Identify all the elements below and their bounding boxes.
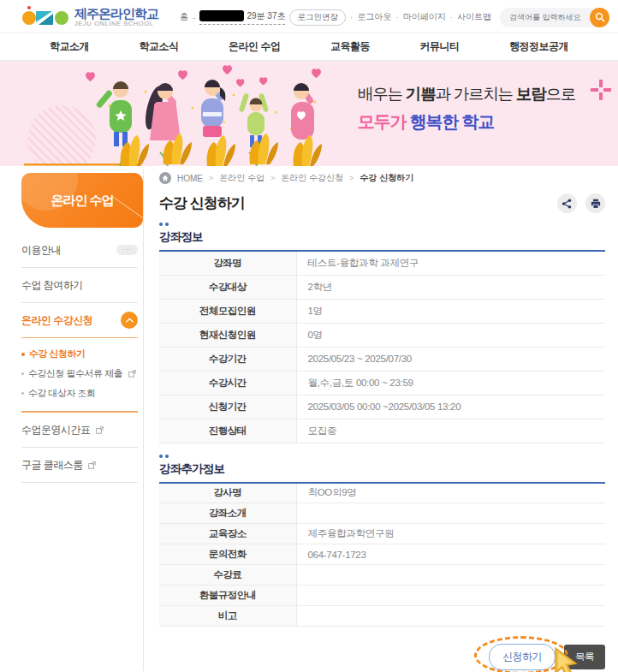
nav-item[interactable]: 온라인 수업: [229, 39, 280, 54]
row-label: 수강시간: [159, 371, 296, 395]
row-label: 강사명: [159, 483, 296, 503]
sidebar-item[interactable]: 구글 클래스룸: [21, 448, 138, 483]
nav-item[interactable]: 커뮤니티: [419, 39, 459, 54]
banner-text-part: 보람: [516, 85, 546, 103]
external-link-icon: [88, 461, 96, 469]
table-row: 비고: [159, 606, 605, 627]
apply-button[interactable]: 신청하기: [489, 644, 556, 670]
info-sections: 강좌정보강좌명테스트-융합과학 과제연구수강대상2학년전체모집인원1명현재신청인…: [159, 222, 605, 627]
page-root: 제주온라인학교 JEJU ONLINE SCHOOL 홈 - 29분 37초 로…: [0, 0, 618, 672]
separator: ·: [395, 13, 398, 22]
print-button[interactable]: [585, 193, 605, 213]
table-row: 강좌소개: [159, 503, 605, 524]
banner-text-part: 배우는: [358, 85, 406, 103]
breadcrumb-item[interactable]: HOME: [177, 174, 203, 183]
redacted-username: [199, 10, 244, 21]
table-row: 수강기간2025/05/23 ~ 2025/07/30: [159, 347, 605, 371]
sidebar: 온라인 수업 이용안내···수업 참여하기온라인 수강신청수강 신청하기수강신청…: [21, 169, 144, 671]
sidebar-submenu: 수강 신청하기수강신청 필수서류 제출수강 대상자 조회: [21, 338, 138, 413]
breadcrumb: HOME>온라인 수업>온라인 수강신청>수강 신청하기: [159, 169, 605, 187]
sidebar-item[interactable]: 온라인 수강신청: [21, 303, 138, 338]
banner-line2: 모두가 행복한 학교: [358, 110, 575, 134]
collapse-button[interactable]: [121, 312, 138, 329]
share-button[interactable]: [557, 193, 577, 213]
main-nav: 학교소개학교소식온라인 수업교육활동커뮤니티행정정보공개: [0, 33, 618, 61]
table-row: 신청기간2025/03/05 00:00 ~2025/03/05 13:20: [159, 395, 605, 419]
info-table: 강사명최OO외9명강좌소개교육장소제주융합과학연구원문의전화064-747-17…: [159, 482, 605, 627]
nav-item[interactable]: 학교소개: [50, 39, 89, 54]
timer-text: 29분 37초: [247, 10, 285, 22]
banner-line1: 배우는 기쁨과 가르치는 보람으로: [358, 83, 575, 104]
breadcrumb-item[interactable]: 온라인 수업: [219, 172, 264, 184]
external-link-icon: [128, 370, 136, 378]
sidebar-subitem-label: 수강신청 필수서류 제출: [28, 367, 122, 380]
sidebar-subitem-label: 수강 신청하기: [29, 348, 86, 360]
sidebar-menu: 이용안내···수업 참여하기온라인 수강신청수강 신청하기수강신청 필수서류 제…: [21, 233, 143, 483]
nav-item[interactable]: 교육활동: [330, 39, 370, 54]
print-icon: [591, 199, 601, 209]
sidebar-subitem[interactable]: 수강신청 필수서류 제출: [21, 364, 138, 384]
topbar-link[interactable]: 마이페이지: [403, 11, 446, 23]
breadcrumb-item[interactable]: 온라인 수강신청: [281, 172, 343, 184]
banner-text-part: 으로: [545, 85, 575, 103]
site-title: 제주온라인학교: [74, 7, 158, 21]
breadcrumb-separator: >: [349, 174, 354, 182]
section-dots: [159, 454, 605, 459]
info-table: 강좌명테스트-융합과학 과제연구수강대상2학년전체모집인원1명현재신청인원0명수…: [159, 250, 605, 443]
action-row: 신청하기 목록: [159, 637, 605, 672]
topbar-links: ·로그아웃·마이페이지·사이트맵: [350, 11, 491, 23]
nav-item[interactable]: 행정정보공개: [509, 39, 568, 54]
login-extend-button[interactable]: 로그인연장: [289, 9, 346, 26]
row-value: 제주융합과학연구원: [296, 524, 605, 544]
row-label: 환불규정안내: [159, 586, 296, 606]
site-logo[interactable]: 제주온라인학교 JEJU ONLINE SCHOOL: [22, 7, 158, 28]
site-search: [500, 8, 609, 27]
table-row: 전체모집인원1명: [159, 299, 605, 323]
share-icon: [562, 199, 572, 209]
row-label: 현재신청인원: [159, 323, 296, 347]
breadcrumb-separator: >: [209, 174, 213, 182]
page-title: 수강 신청하기: [159, 193, 245, 213]
home-icon[interactable]: [159, 172, 171, 184]
row-value: [296, 565, 605, 586]
sidebar-item-label: 수업 참여하기: [21, 278, 83, 293]
home-link[interactable]: 홈: [180, 11, 188, 23]
row-label: 비고: [159, 606, 296, 627]
main-content: HOME>온라인 수업>온라인 수강신청>수강 신청하기 수강 신청하기: [159, 169, 605, 671]
banner-text-part: 기쁨: [406, 85, 436, 103]
row-value: [296, 586, 605, 606]
separator: ·: [450, 13, 453, 22]
hero-banner: 배우는 기쁨과 가르치는 보람으로 모두가 행복한 학교: [0, 61, 618, 166]
search-button[interactable]: [590, 8, 609, 27]
sidebar-item-label: 온라인 수강신청: [21, 313, 92, 328]
chevron-up-icon: [126, 318, 134, 323]
plus-decoration-icon: [591, 80, 611, 100]
row-value: [296, 606, 605, 627]
bullet-icon: [21, 353, 25, 356]
row-label: 전체모집인원: [159, 299, 296, 323]
cursor-pointer-icon: [552, 647, 579, 672]
topbar-link[interactable]: 사이트맵: [457, 11, 491, 23]
separator: ·: [350, 13, 353, 22]
body-wrap: 온라인 수업 이용안내···수업 참여하기온라인 수강신청수강 신청하기수강신청…: [0, 166, 618, 671]
more-button[interactable]: ···: [116, 245, 138, 255]
row-label: 문의전화: [159, 544, 296, 565]
nav-item[interactable]: 학교소식: [140, 39, 179, 54]
sidebar-item-label: 수업운영시간표: [21, 423, 104, 437]
title-row: 수강 신청하기: [159, 193, 605, 213]
sidebar-item[interactable]: 수업운영시간표: [21, 413, 138, 448]
sidebar-subitem[interactable]: 수강 신청하기: [21, 344, 138, 364]
bullet-icon: [21, 372, 24, 375]
row-label: 수강대상: [159, 275, 296, 299]
sidebar-item-label: 이용안내: [21, 243, 61, 258]
sidebar-item[interactable]: 이용안내···: [21, 233, 138, 268]
sidebar-item[interactable]: 수업 참여하기: [21, 268, 138, 303]
section-title: 강좌정보: [159, 229, 605, 245]
sidebar-subitem[interactable]: 수강 대상자 조회: [21, 384, 138, 403]
search-icon: [595, 12, 605, 22]
banner-text-part: 모두가: [358, 112, 410, 131]
logo-icon: [22, 7, 68, 27]
sidebar-title: 온라인 수업: [21, 173, 143, 228]
breadcrumb-item[interactable]: 수강 신청하기: [360, 172, 413, 184]
topbar-link[interactable]: 로그아웃: [357, 11, 391, 23]
